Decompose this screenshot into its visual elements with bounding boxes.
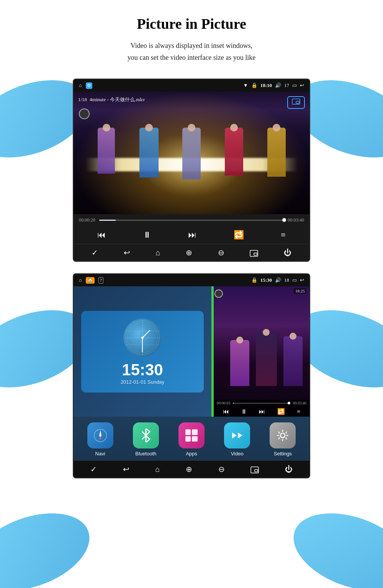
next-button[interactable]: ⏭: [188, 230, 196, 240]
apps-grid: [185, 429, 198, 442]
battery-level-2: 18: [284, 277, 289, 283]
screen2-right-panel: 18:25: [211, 286, 309, 417]
pip-fill: [233, 403, 234, 404]
zoom-out-icon-2[interactable]: ⊖: [218, 465, 225, 474]
battery-level: 17: [284, 82, 289, 89]
page-title: Picture in Picture: [38, 15, 345, 32]
screen1-controls-row1: ⏮ ⏸ ⏭ 🔁 ≡: [74, 226, 309, 244]
settings-icon: [270, 422, 296, 448]
prev-button[interactable]: ⏮: [97, 230, 106, 240]
pip-track[interactable]: [233, 403, 291, 404]
home-nav-icon[interactable]: ⌂: [155, 248, 160, 257]
progress-fill: [99, 220, 116, 221]
back-icon-2[interactable]: ↩: [300, 277, 304, 283]
pip-progress-bar[interactable]: 00:00:03 00:03:40: [214, 400, 309, 406]
apps-app[interactable]: Apps: [178, 422, 205, 457]
screen2-left-panel: 15:30 2012-01-01 Sunday: [74, 286, 211, 417]
chevron2: [238, 432, 242, 439]
pip-video: 18:25: [211, 286, 309, 417]
home-icon-2[interactable]: ⌂: [79, 277, 82, 283]
pip-ctrl-row: ⏮ ⏸ ⏭ 🔁 ≡: [214, 406, 309, 417]
screen1-progress[interactable]: 00:00:20 00:03:40: [74, 214, 309, 226]
pip-nav-icon-2[interactable]: [250, 465, 259, 474]
apps-label: Apps: [186, 451, 197, 457]
video-label: Video: [231, 451, 244, 457]
screen2-app-icons: Navi Bluetooth: [74, 417, 309, 460]
home-icon[interactable]: ⌂: [79, 82, 82, 89]
video-indicator: [79, 108, 90, 119]
power-icon-2[interactable]: ⏻: [285, 465, 293, 474]
bluetooth-icon: [133, 422, 159, 448]
settings-label: Settings: [274, 451, 292, 457]
clock-time: 15:30: [122, 361, 163, 379]
zoom-out-icon[interactable]: ⊖: [218, 248, 224, 257]
back-nav-icon[interactable]: ↩: [124, 248, 130, 257]
chevron1: [232, 432, 237, 439]
pip-time-total: 00:03:40: [293, 401, 306, 405]
check-icon-2[interactable]: ✓: [90, 465, 97, 474]
svg-rect-3: [254, 253, 257, 255]
pip-playlist[interactable]: ≡: [297, 408, 300, 415]
clock-globe: [123, 319, 162, 357]
bg-decoration-5: [0, 499, 100, 588]
time-current: 00:00:20: [79, 217, 95, 223]
window-icon[interactable]: ▭: [292, 82, 297, 89]
wifi-icon: ▼: [243, 82, 248, 89]
settings-app[interactable]: Settings: [270, 422, 296, 457]
home-nav-icon-2[interactable]: ⌂: [155, 465, 160, 474]
power-icon[interactable]: ⏻: [284, 248, 291, 257]
svg-rect-10: [255, 470, 258, 472]
playlist-button[interactable]: ≡: [281, 230, 285, 240]
zoom-in-icon-2[interactable]: ⊕: [186, 465, 192, 474]
screen1-controls-row2: ✓ ↩ ⌂ ⊕ ⊖ ⏻: [74, 244, 309, 261]
navi-app[interactable]: Navi: [87, 422, 113, 457]
back-icon[interactable]: ↩: [300, 82, 304, 89]
time-display-2: 15:30: [260, 277, 272, 283]
performer-3: [180, 128, 203, 177]
pip-nav-icon[interactable]: [250, 248, 258, 257]
back-nav-icon-2[interactable]: ↩: [123, 465, 129, 474]
pip-pause[interactable]: ⏸: [241, 408, 247, 415]
screen2-bottom-bar: ✓ ↩ ⌂ ⊕ ⊖ ⏻: [74, 460, 309, 478]
clock-date: 2012-01-01 Sunday: [121, 379, 164, 385]
pip-button[interactable]: [287, 96, 305, 109]
bluetooth-app[interactable]: Bluetooth: [133, 422, 159, 457]
progress-track[interactable]: [99, 220, 284, 221]
pip-thumb: [288, 402, 290, 404]
video-icon: [224, 422, 250, 448]
screen2-status-bar: ⌂ 🏠 ? 🔒 15:30 🔊 18 ▭ ↩: [74, 274, 309, 286]
question-icon[interactable]: ?: [98, 277, 103, 284]
pip-green-bar: [211, 286, 214, 417]
house-app-icon[interactable]: 🏠: [86, 277, 95, 284]
window-icon-2[interactable]: ▭: [292, 277, 297, 283]
settings-app-icon[interactable]: ⚙: [86, 82, 92, 89]
check-icon[interactable]: ✓: [92, 248, 98, 257]
volume-icon: 🔊: [275, 82, 281, 89]
screen1-status-bar: ⌂ ⚙ ▼ 🔒 18:10 🔊 17 ▭ ↩: [74, 79, 309, 92]
performer-5: [265, 128, 288, 177]
video-app[interactable]: Video: [224, 422, 250, 457]
pip-circle: [214, 289, 223, 298]
screen1: ⌂ ⚙ ▼ 🔒 18:10 🔊 17 ▭ ↩: [73, 79, 310, 262]
zoom-in-icon[interactable]: ⊕: [186, 248, 192, 257]
svg-point-8: [280, 433, 285, 438]
sim-icon: 🔒: [251, 82, 257, 89]
pip-controls: 00:00:03 00:03:40 ⏮ ⏸ ⏭: [214, 400, 309, 417]
volume-icon-2: 🔊: [275, 277, 281, 283]
repeat-button[interactable]: 🔁: [234, 230, 244, 240]
performers: [74, 128, 309, 177]
clock-face: [125, 320, 160, 355]
performer-1: [95, 128, 118, 177]
sim-icon-2: 🔒: [251, 277, 257, 283]
bg-decoration-6: [283, 499, 383, 588]
pip-prev[interactable]: ⏮: [223, 408, 229, 415]
screen1-video[interactable]: 1/18 4minute - 今天做什么.mkv: [74, 92, 309, 214]
clock-widget: 15:30 2012-01-01 Sunday: [81, 311, 204, 393]
pip-next[interactable]: ⏭: [259, 408, 265, 415]
video-counter: 1/18 4minute - 今天做什么.mkv: [78, 96, 145, 103]
time-total: 00:03:40: [288, 217, 304, 223]
pause-button[interactable]: ⏸: [143, 230, 151, 240]
pip-repeat[interactable]: 🔁: [277, 408, 285, 415]
performer-2: [137, 128, 160, 177]
bluetooth-label: Bluetooth: [135, 451, 156, 457]
